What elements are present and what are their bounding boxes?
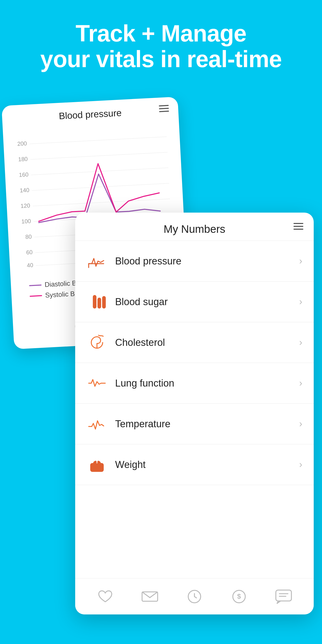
- svg-text:200: 200: [17, 140, 27, 147]
- svg-line-0: [30, 137, 167, 144]
- numbers-card: My Numbers Blood pressure ›: [75, 213, 314, 614]
- bp-menu-icon[interactable]: [159, 105, 169, 112]
- svg-text:160: 160: [19, 171, 29, 178]
- svg-line-3: [32, 183, 169, 191]
- svg-line-4: [33, 199, 170, 206]
- svg-line-1: [30, 152, 167, 159]
- footer-heart-icon[interactable]: [95, 586, 116, 607]
- cholesterol-label: Cholesterol: [115, 337, 299, 348]
- blood-sugar-icon: [87, 291, 107, 312]
- blood-pressure-icon: [87, 251, 107, 271]
- legend-systolic-label: Systolic BP: [45, 290, 80, 299]
- svg-text:$: $: [237, 592, 241, 600]
- svg-rect-24: [90, 463, 104, 472]
- temperature-label: Temperature: [115, 418, 299, 430]
- cholesterol-icon: [87, 332, 107, 353]
- cholesterol-chevron: ›: [299, 337, 302, 348]
- footer-clock-icon[interactable]: [184, 586, 205, 607]
- footer-mail-icon[interactable]: [139, 586, 160, 607]
- temperature-chevron: ›: [299, 418, 302, 429]
- svg-text:80: 80: [25, 233, 32, 240]
- svg-text:60: 60: [26, 249, 33, 256]
- lung-function-icon: [87, 373, 107, 394]
- lung-function-chevron: ›: [299, 378, 302, 389]
- numbers-item-blood-pressure[interactable]: Blood pressure ›: [75, 241, 314, 282]
- weight-icon: [87, 454, 107, 475]
- svg-text:100: 100: [21, 218, 31, 225]
- hero-title: Track + Manage your vitals in real-time: [0, 0, 322, 72]
- footer-dollar-icon[interactable]: $: [229, 586, 249, 607]
- weight-chevron: ›: [299, 459, 302, 470]
- blood-pressure-chevron: ›: [299, 256, 302, 267]
- numbers-menu-icon[interactable]: [293, 223, 303, 230]
- svg-rect-23: [102, 296, 106, 309]
- bp-card-title: Blood pressure: [10, 105, 171, 124]
- numbers-item-blood-sugar[interactable]: Blood sugar ›: [75, 282, 314, 322]
- blood-sugar-label: Blood sugar: [115, 296, 299, 307]
- hero-section: Track + Manage your vitals in real-time: [0, 0, 322, 72]
- svg-rect-31: [276, 590, 291, 601]
- svg-text:120: 120: [20, 202, 30, 209]
- svg-text:140: 140: [20, 187, 30, 194]
- svg-text:40: 40: [27, 262, 33, 269]
- temperature-icon: [87, 414, 107, 434]
- blood-pressure-label: Blood pressure: [115, 256, 299, 267]
- numbers-item-weight[interactable]: Weight ›: [75, 444, 314, 485]
- footer-chat-icon[interactable]: [273, 586, 294, 607]
- numbers-list: Blood pressure › Blood sugar ›: [75, 241, 314, 485]
- svg-rect-21: [93, 295, 96, 309]
- blood-sugar-chevron: ›: [299, 296, 302, 307]
- svg-point-26: [96, 459, 98, 461]
- lung-function-label: Lung function: [115, 378, 299, 389]
- numbers-item-temperature[interactable]: Temperature ›: [75, 404, 314, 444]
- svg-rect-22: [97, 298, 101, 309]
- numbers-item-cholesterol[interactable]: Cholesterol ›: [75, 322, 314, 363]
- svg-text:180: 180: [18, 156, 28, 163]
- numbers-header: My Numbers: [75, 213, 314, 241]
- numbers-footer: $: [75, 578, 314, 614]
- numbers-item-lung-function[interactable]: Lung function ›: [75, 363, 314, 404]
- numbers-title: My Numbers: [164, 223, 225, 235]
- weight-label: Weight: [115, 459, 299, 470]
